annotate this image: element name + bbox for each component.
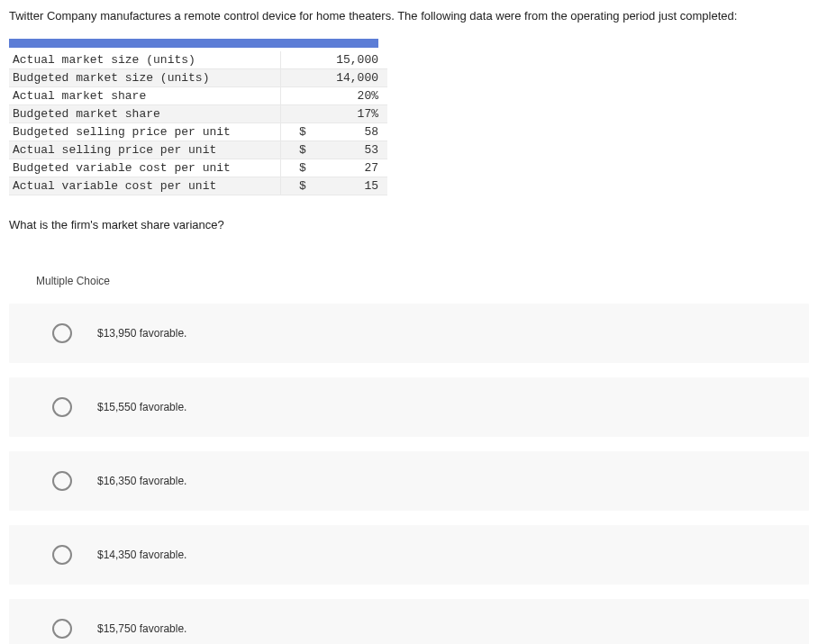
radio-button[interactable]	[52, 545, 72, 565]
row-value: 14,000	[310, 69, 387, 87]
row-value: 58	[310, 123, 387, 141]
row-currency	[281, 51, 310, 69]
row-value: 27	[310, 159, 387, 177]
option-text: $15,750 favorable.	[97, 622, 186, 635]
row-currency	[281, 69, 310, 87]
row-label: Budgeted selling price per unit	[9, 123, 281, 141]
row-label: Budgeted variable cost per unit	[9, 159, 281, 177]
question-text: What is the firm's market share variance…	[9, 218, 809, 231]
table-row: Actual variable cost per unit$15	[9, 177, 387, 195]
row-label: Budgeted market size (units)	[9, 69, 281, 87]
row-value: 20%	[310, 87, 387, 105]
radio-button[interactable]	[52, 619, 72, 639]
row-label: Budgeted market share	[9, 105, 281, 123]
row-label: Actual selling price per unit	[9, 141, 281, 159]
row-value: 15	[310, 177, 387, 195]
option-row[interactable]: $13,950 favorable.	[9, 304, 809, 363]
table-row: Budgeted market share17%	[9, 105, 387, 123]
option-text: $15,550 favorable.	[97, 401, 186, 413]
row-currency	[281, 87, 310, 105]
radio-button[interactable]	[52, 323, 72, 343]
row-label: Actual variable cost per unit	[9, 177, 281, 195]
table-row: Actual market share20%	[9, 87, 387, 105]
option-row[interactable]: $14,350 favorable.	[9, 525, 809, 585]
option-text: $14,350 favorable.	[97, 549, 186, 561]
row-value: 53	[310, 141, 387, 159]
row-currency	[281, 105, 310, 123]
progress-bar	[9, 39, 378, 48]
table-row: Budgeted variable cost per unit$27	[9, 159, 387, 177]
table-row: Actual market size (units)15,000	[9, 51, 387, 69]
option-row[interactable]: $15,750 favorable.	[9, 599, 809, 644]
table-row: Budgeted selling price per unit$58	[9, 123, 387, 141]
table-row: Actual selling price per unit$53	[9, 141, 387, 159]
row-currency: $	[281, 159, 310, 177]
option-row[interactable]: $16,350 favorable.	[9, 451, 809, 511]
option-text: $13,950 favorable.	[97, 327, 186, 340]
data-section: Actual market size (units)15,000Budgeted…	[9, 39, 809, 195]
radio-button[interactable]	[52, 397, 72, 417]
intro-text: Twitter Company manufactures a remote co…	[9, 9, 809, 23]
radio-button[interactable]	[52, 471, 72, 491]
row-currency: $	[281, 123, 310, 141]
options-container: $13,950 favorable.$15,550 favorable.$16,…	[9, 304, 809, 644]
data-table: Actual market size (units)15,000Budgeted…	[9, 51, 387, 195]
multiple-choice-label: Multiple Choice	[9, 259, 809, 304]
option-row[interactable]: $15,550 favorable.	[9, 377, 809, 437]
row-currency: $	[281, 141, 310, 159]
table-row: Budgeted market size (units)14,000	[9, 69, 387, 87]
row-label: Actual market size (units)	[9, 51, 281, 69]
row-value: 15,000	[310, 51, 387, 69]
row-value: 17%	[310, 105, 387, 123]
option-text: $16,350 favorable.	[97, 475, 186, 487]
row-label: Actual market share	[9, 87, 281, 105]
row-currency: $	[281, 177, 310, 195]
